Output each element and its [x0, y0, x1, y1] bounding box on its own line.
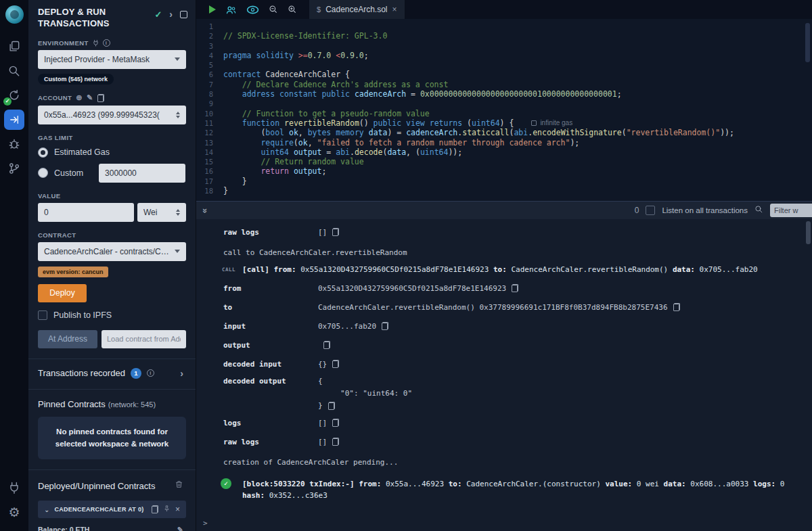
code-line[interactable]: 18} — [196, 186, 812, 195]
terminal-row-value: { "0": "uint64: 0"} — [318, 377, 412, 410]
code-line[interactable]: 9 — [196, 99, 812, 108]
code-line[interactable]: 5 — [196, 60, 812, 70]
listen-checkbox[interactable] — [646, 206, 655, 215]
terminal-log[interactable]: raw logs[]call to CadenceArchCaler.rever… — [196, 219, 812, 531]
value-input[interactable] — [38, 203, 134, 222]
copy-icon[interactable] — [512, 284, 518, 292]
copy-icon[interactable] — [328, 402, 335, 410]
plug-icon — [93, 39, 99, 47]
code-line[interactable]: 1 — [196, 22, 812, 31]
terminal-block-row[interactable]: [block:5033220 txIndex:-] from: 0x55a...… — [196, 478, 812, 501]
tab-cadencearch[interactable]: CadenceArch.sol — [309, 0, 405, 19]
line-number: 11 — [196, 118, 223, 128]
line-number: 4 — [196, 51, 223, 60]
run-script-icon[interactable] — [209, 5, 216, 14]
terminal-row-value: CadenceArchCaler.revertibleRandom() 0x37… — [318, 303, 680, 312]
deploy-and-run-icon[interactable] — [2, 108, 26, 132]
code-line[interactable]: 2// SPDX-License-Identifier: GPL-3.0 — [196, 31, 812, 41]
code-editor[interactable]: 12// SPDX-License-Identifier: GPL-3.034p… — [196, 19, 812, 201]
code-line[interactable]: 14 uint64 output = abi.decode(data, (uin… — [196, 147, 812, 157]
radio-selected-icon[interactable] — [38, 147, 48, 158]
close-tab-icon[interactable] — [392, 5, 397, 14]
code-line[interactable]: 4pragma solidity >=0.7.0 <0.9.0; — [196, 51, 812, 60]
code-line[interactable]: 8 address constant public cadenceArch = … — [196, 89, 812, 99]
zoom-out-icon[interactable] — [269, 5, 278, 14]
deployed-contract-header[interactable]: CADENCEARCHCALER AT 0) — [38, 501, 186, 518]
code-line[interactable]: 7 // Declare Cadence Arch's address as a… — [196, 80, 812, 89]
close-icon[interactable] — [175, 505, 180, 514]
editor-scrollbar[interactable] — [805, 23, 810, 62]
copy-icon[interactable] — [152, 505, 158, 513]
deployed-contracts-title-row: Deployed/Unpinned Contracts — [38, 480, 186, 492]
publish-users-icon[interactable] — [225, 5, 237, 15]
estimated-gas-option[interactable]: Estimated Gas — [38, 147, 186, 158]
code-line[interactable]: 6contract CadenceArchCaler { — [196, 70, 812, 79]
plugin-manager-icon[interactable] — [2, 476, 26, 500]
publish-ipfs-option[interactable]: Publish to IPFS — [38, 310, 186, 320]
value-unit-select[interactable]: Wei — [137, 203, 186, 222]
copy-icon[interactable] — [332, 438, 339, 446]
code-line[interactable]: 16 return output; — [196, 166, 812, 176]
terminal-scrollbar[interactable] — [806, 221, 811, 244]
account-select[interactable]: 0x55a...46923 (999.999945323( — [38, 106, 186, 124]
expand-chevron-icon[interactable] — [180, 368, 183, 379]
edit-balance-icon[interactable] — [177, 526, 183, 531]
git-icon[interactable] — [2, 156, 26, 181]
code-line[interactable]: 13 require(ok, "failed to fetch a random… — [196, 138, 812, 147]
terminal-search-icon[interactable] — [754, 204, 763, 216]
copy-icon[interactable] — [323, 341, 330, 349]
panel-forward-icon[interactable] — [169, 9, 173, 20]
terminal-filter-input[interactable] — [770, 204, 812, 217]
terminal-prompt[interactable]: > — [196, 519, 812, 528]
copy-icon[interactable] — [332, 360, 339, 368]
remix-logo-icon[interactable] — [5, 5, 24, 24]
transactions-info-icon[interactable] — [147, 369, 154, 377]
code-line[interactable]: 17 } — [196, 177, 812, 186]
code-line[interactable]: 15 // Return random value — [196, 157, 812, 166]
settings-icon[interactable]: ⚙ — [2, 500, 26, 524]
add-account-icon[interactable] — [76, 94, 83, 101]
code-line[interactable]: 10 // Function to get a pseudo-random va… — [196, 109, 812, 118]
terminal-kv-row: from0x55a1320D432759960C5Df0215a8dF78e1E… — [196, 279, 812, 298]
collapse-chevron-icon[interactable] — [44, 506, 49, 513]
file-explorer-icon[interactable] — [2, 34, 26, 59]
at-address-input[interactable] — [102, 330, 186, 348]
open-in-window-icon[interactable] — [180, 11, 187, 18]
pin-icon[interactable] — [163, 503, 171, 515]
edit-account-icon[interactable] — [87, 94, 93, 101]
copy-icon[interactable] — [382, 322, 388, 330]
line-number: 15 — [196, 157, 223, 166]
copy-icon[interactable] — [332, 228, 339, 236]
collapse-terminal-icon[interactable] — [200, 208, 210, 212]
environment-info-icon[interactable] — [103, 39, 110, 47]
transactions-recorded-row[interactable]: Transactions recorded 1 — [38, 368, 186, 379]
ipfs-checkbox[interactable] — [38, 310, 47, 320]
search-icon[interactable] — [2, 59, 26, 83]
code-text: pragma solidity >=0.7.0 <0.9.0; — [223, 51, 369, 60]
solidity-compiler-icon[interactable] — [2, 83, 26, 108]
code-line[interactable]: 3 — [196, 41, 812, 51]
preview-eye-icon[interactable] — [246, 5, 259, 14]
code-line[interactable]: 12 (bool ok, bytes memory data) = cadenc… — [196, 128, 812, 137]
terminal-call-row[interactable]: CALL[call] from: 0x55a1320D432759960C5Df… — [196, 265, 812, 274]
terminal-row-label: input — [196, 322, 318, 331]
code-text: // SPDX-License-Identifier: GPL-3.0 — [223, 31, 387, 41]
contract-select[interactable]: CadenceArchCaler - contracts/Cac... — [38, 242, 186, 261]
debugger-icon[interactable] — [2, 132, 26, 156]
environment-select[interactable]: Injected Provider - MetaMask — [38, 50, 186, 69]
code-line[interactable]: 11 function revertibleRandom() public vi… — [196, 118, 812, 128]
custom-gas-text: Custom — [54, 168, 83, 178]
custom-gas-input[interactable] — [99, 164, 185, 183]
copy-icon[interactable] — [332, 419, 339, 427]
deploy-button[interactable]: Deploy — [38, 284, 87, 302]
radio-icon[interactable] — [38, 168, 48, 178]
terminal-kv-row: output — [196, 336, 812, 354]
copy-icon[interactable] — [673, 303, 680, 311]
evm-version-badge: evm version: cancun — [38, 267, 108, 277]
trash-icon[interactable] — [175, 480, 183, 492]
at-address-button[interactable]: At Address — [38, 330, 97, 348]
custom-gas-option[interactable]: Custom — [38, 164, 186, 183]
copy-icon[interactable] — [97, 94, 104, 102]
zoom-in-icon[interactable] — [288, 5, 297, 14]
line-number: 10 — [196, 109, 223, 118]
